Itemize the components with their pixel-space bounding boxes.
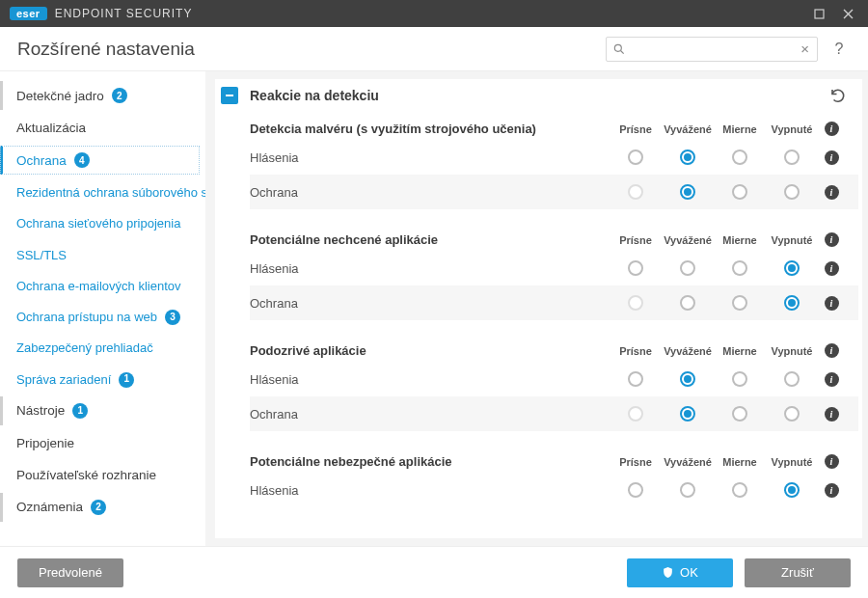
column-label: Vypnuté [766,234,818,246]
svg-point-1 [614,44,621,51]
column-label: Vyvážené [662,345,714,357]
radio-option[interactable] [732,295,747,311]
radio-option[interactable] [680,260,695,276]
info-icon[interactable]: i [825,454,839,469]
info-icon[interactable]: i [825,343,839,358]
search-icon [612,42,626,56]
column-label: Prísne [610,456,662,468]
info-icon[interactable]: i [825,122,839,136]
sidebar-item-label: Ochrana e-mailových klientov [16,279,181,294]
sidebar-item-label: Správa zariadení [16,372,111,388]
radio-option[interactable] [784,150,800,165]
column-label: Vypnuté [766,456,818,468]
sidebar-badge: 4 [74,152,90,168]
panel-title: Reakcie na detekciu [250,88,379,103]
radio-option[interactable] [680,371,695,387]
radio-option[interactable] [732,406,747,421]
info-icon[interactable]: i [825,483,839,498]
radio-option[interactable] [784,184,800,200]
sidebar-badge: 2 [91,500,106,515]
radio-option[interactable] [784,482,800,498]
defaults-button[interactable]: Predvolené [17,558,123,587]
radio-option[interactable] [628,482,643,498]
column-label: Vyvážené [662,123,714,135]
radio-option[interactable] [784,295,800,311]
sidebar-item-2[interactable]: Ochrana4 [0,146,200,175]
sidebar-badge: 2 [112,88,127,103]
ok-button-label: OK [680,565,698,580]
column-label: Vypnuté [766,123,818,135]
panel-header: Reakcie na detekciu [215,79,858,112]
sidebar-item-label: Nástroje [16,403,65,418]
row-label: Hlásenia [250,372,610,387]
radio-option[interactable] [784,406,800,421]
radio-option[interactable] [732,184,747,200]
radio-option[interactable] [628,371,643,387]
ok-button[interactable]: OK [627,558,733,587]
radio-option[interactable] [732,371,747,387]
sidebar-item-10[interactable]: Nástroje1 [0,396,200,425]
help-button[interactable]: ? [827,38,851,61]
sidebar-item-label: Používateľské rozhranie [16,468,156,482]
cancel-button[interactable]: Zrušiť [745,558,851,587]
titlebar: eser ENDPOINT SECURITY [0,0,868,27]
radio-option[interactable] [732,482,747,498]
search-input[interactable] [626,41,799,56]
sidebar-item-6[interactable]: Ochrana e-mailových klientov [0,272,200,301]
radio-option[interactable] [628,295,643,311]
sidebar-item-11[interactable]: Pripojenie [0,429,200,457]
info-icon[interactable]: i [825,261,839,276]
radio-option[interactable] [628,406,643,421]
sidebar-item-8[interactable]: Zabezpečený prehliadač [0,334,200,363]
radio-option[interactable] [628,150,643,165]
sidebar-item-3[interactable]: Rezidentná ochrana súborového systému [0,178,200,207]
radio-option[interactable] [680,295,695,311]
window-maximize-button[interactable] [804,0,833,27]
sidebar-badge: 3 [165,310,180,325]
info-icon[interactable]: i [825,296,839,311]
sidebar-item-13[interactable]: Oznámenia2 [0,493,200,522]
row-label: Hlásenia [250,150,610,165]
info-icon[interactable]: i [825,150,839,165]
main-content: Reakcie na detekciu Detekcia malvéru (s … [205,71,868,546]
sidebar-item-4[interactable]: Ochrana sieťového pripojenia [0,209,200,238]
sidebar-item-7[interactable]: Ochrana prístupu na web3 [0,303,200,332]
sidebar-item-1[interactable]: Aktualizácia [0,114,200,142]
radio-option[interactable] [732,260,747,276]
sidebar-item-9[interactable]: Správa zariadení1 [0,366,200,394]
column-label: Mierne [714,345,766,357]
sidebar-item-label: Ochrana prístupu na web [16,310,157,325]
info-icon[interactable]: i [825,407,839,421]
page-title: Rozšírené nastavenia [17,39,195,60]
info-icon[interactable]: i [825,372,839,387]
radio-option[interactable] [732,150,747,165]
info-icon[interactable]: i [825,185,839,200]
sidebar-item-5[interactable]: SSL/TLS [0,241,200,270]
window-close-button[interactable] [833,0,862,27]
search-box[interactable]: × [606,37,818,62]
product-title: ENDPOINT SECURITY [55,7,193,20]
collapse-section-button[interactable] [221,87,238,104]
shield-icon [662,566,674,579]
sidebar-item-12[interactable]: Používateľské rozhranie [0,461,200,489]
radio-option[interactable] [784,260,800,276]
radio-option[interactable] [680,482,695,498]
radio-option[interactable] [784,371,800,387]
sidebar-item-label: Zabezpečený prehliadač [16,340,153,356]
column-label: Vyvážené [662,234,714,246]
radio-option[interactable] [680,406,695,421]
group-header: Podozrivé aplikáciePrísneVyváženéMierneV… [250,334,858,362]
column-label: Mierne [714,123,766,135]
sidebar-item-0[interactable]: Detekčné jadro2 [0,81,200,110]
radio-option[interactable] [628,260,643,276]
info-icon[interactable]: i [825,232,839,247]
undo-button[interactable] [827,85,849,106]
radio-option[interactable] [680,184,695,200]
radio-option[interactable] [680,150,695,165]
sidebar-item-label: Detekčné jadro [16,89,104,103]
settings-group: Podozrivé aplikáciePrísneVyváženéMierneV… [215,334,858,431]
setting-row: Hláseniai [250,251,858,285]
column-label: Mierne [714,456,766,468]
radio-option[interactable] [628,184,643,200]
clear-search-icon[interactable]: × [799,41,811,56]
